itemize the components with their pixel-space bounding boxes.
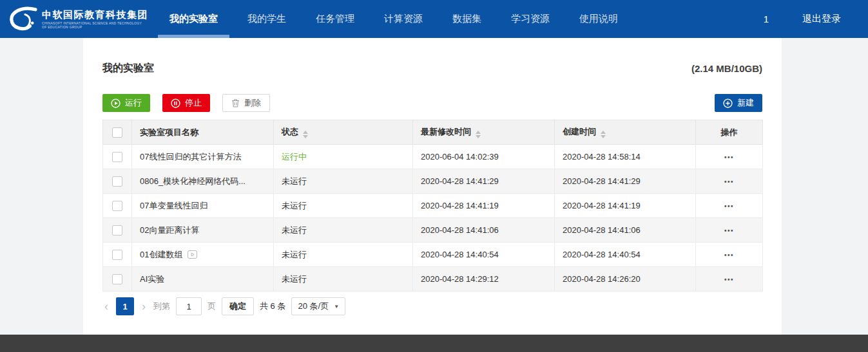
created-time: 2020-04-28 14:40:54: [555, 243, 696, 267]
select-all-checkbox[interactable]: [112, 127, 122, 138]
column-header-status: 状态: [274, 120, 413, 145]
project-name-link[interactable]: 07单变量线性回归: [140, 201, 207, 210]
notification-count-badge[interactable]: 1: [764, 14, 769, 24]
created-time: 2020-04-28 14:41:19: [555, 194, 696, 218]
table-row: 02向量距离计算 未运行 2020-04-28 14:41:06 2020-04…: [103, 218, 763, 243]
more-actions-button[interactable]: •••: [724, 154, 734, 161]
video-play-icon[interactable]: [188, 250, 197, 259]
row-checkbox[interactable]: [112, 250, 122, 260]
run-button[interactable]: 运行: [102, 94, 150, 112]
modified-time: 2020-04-28 14:41:06: [413, 218, 555, 243]
top-navbar: 中软国际教育科技集团 CHINASOFT INTERNATIONAL SCIEN…: [0, 0, 868, 38]
more-actions-button[interactable]: •••: [724, 252, 734, 259]
project-name-link[interactable]: AI实验: [140, 274, 164, 284]
table-row: 0806_模块化神经网络代码... 未运行 2020-04-28 14:41:2…: [103, 169, 763, 194]
logout-button[interactable]: 退出登录: [802, 13, 841, 25]
status-label: 未运行: [274, 218, 413, 243]
navbar-right: 1 退出登录: [764, 13, 868, 25]
page-size-select[interactable]: 20 条/页 ▼: [291, 297, 345, 315]
created-time: 2020-04-28 14:41:06: [555, 218, 696, 243]
main-nav: 我的实验室 我的学生 任务管理 计算资源 数据集 学习资源 使用说明: [155, 0, 633, 38]
row-checkbox[interactable]: [112, 274, 122, 284]
status-label: 未运行: [274, 243, 413, 267]
row-checkbox[interactable]: [112, 152, 122, 162]
nav-item-task-mgmt[interactable]: 任务管理: [301, 0, 369, 38]
column-header-created: 创建时间: [555, 120, 696, 145]
modified-time: 2020-04-28 14:40:54: [413, 243, 555, 267]
plus-circle-icon: [723, 98, 733, 108]
page-unit-label: 页: [207, 301, 216, 312]
nav-item-compute[interactable]: 计算资源: [369, 0, 438, 38]
project-name-link[interactable]: 0806_模块化神经网络代码...: [140, 176, 246, 186]
modified-time: 2020-04-28 14:41:19: [413, 194, 555, 218]
table-row: AI实验 未运行 2020-04-28 14:29:12 2020-04-28 …: [103, 267, 763, 292]
project-name-link[interactable]: 02向量距离计算: [140, 225, 199, 235]
chevron-down-icon: ▼: [334, 304, 339, 310]
stop-button[interactable]: 停止: [162, 94, 210, 112]
delete-button[interactable]: 删除: [222, 94, 270, 112]
table-row: 07单变量线性回归 未运行 2020-04-28 14:41:19 2020-0…: [103, 194, 763, 218]
goto-page-input[interactable]: [176, 297, 202, 315]
modified-time: 2020-06-04 14:02:39: [413, 145, 555, 169]
chinasoft-swirl-icon: [8, 6, 37, 32]
column-header-modified: 最新修改时间: [413, 120, 555, 145]
total-count-label: 共 6 条: [260, 301, 285, 312]
sort-modified-button[interactable]: [476, 131, 481, 138]
column-header-action: 操作: [696, 120, 763, 145]
storage-usage: (2.14 MB/10GB): [691, 63, 762, 74]
status-label: 运行中: [274, 145, 413, 169]
more-actions-button[interactable]: •••: [724, 178, 734, 185]
sort-status-button[interactable]: [303, 131, 308, 138]
nav-item-help[interactable]: 使用说明: [564, 0, 633, 38]
row-checkbox[interactable]: [112, 201, 122, 211]
pause-circle-icon: [171, 98, 180, 108]
nav-item-datasets[interactable]: 数据集: [438, 0, 496, 38]
create-button[interactable]: 新建: [715, 94, 762, 112]
page-footer: [0, 335, 868, 352]
page-title: 我的实验室: [102, 62, 154, 75]
logo[interactable]: 中软国际教育科技集团 CHINASOFT INTERNATIONAL SCIEN…: [0, 6, 148, 32]
status-label: 未运行: [274, 169, 413, 194]
table-header-row: 实验室项目名称 状态 最新修改时间 创建时间 操作: [103, 120, 763, 145]
sort-created-button[interactable]: [601, 131, 606, 138]
title-row: 我的实验室 (2.14 MB/10GB): [102, 62, 762, 75]
created-time: 2020-04-28 14:58:14: [555, 145, 696, 169]
logo-text: 中软国际教育科技集团 CHINASOFT INTERNATIONAL SCIEN…: [42, 9, 148, 29]
prev-page-button[interactable]: ‹: [102, 297, 110, 315]
logo-subtitle-line2: OF EDUCATION GROUP: [42, 25, 148, 29]
logo-title: 中软国际教育科技集团: [42, 9, 148, 21]
created-time: 2020-04-28 14:26:20: [555, 267, 696, 292]
toolbar: 运行 停止 删除 新建: [102, 94, 762, 112]
project-name-link[interactable]: 07线性回归的其它计算方法: [140, 152, 241, 162]
play-circle-icon: [111, 98, 121, 108]
row-checkbox[interactable]: [112, 176, 122, 187]
modified-time: 2020-04-28 14:29:12: [413, 267, 555, 292]
goto-page-label: 到第: [153, 301, 170, 312]
modified-time: 2020-04-28 14:41:29: [413, 169, 555, 194]
status-label: 未运行: [274, 267, 413, 292]
created-time: 2020-04-28 14:41:29: [555, 169, 696, 194]
content-card: 我的实验室 (2.14 MB/10GB) 运行 停止 删除 新建 实验室项目名称…: [83, 38, 782, 335]
table-row: 01创建数组 未运行 2020-04-28 14:40:54 2020-04-2…: [103, 243, 763, 267]
column-header-name: 实验室项目名称: [132, 120, 274, 145]
status-label: 未运行: [274, 194, 413, 218]
confirm-page-button[interactable]: 确定: [222, 297, 254, 315]
more-actions-button[interactable]: •••: [724, 203, 734, 210]
table-row: 07线性回归的其它计算方法 运行中 2020-06-04 14:02:39 20…: [103, 145, 763, 169]
project-name-link[interactable]: 01创建数组: [140, 250, 182, 259]
trash-icon: [231, 98, 240, 107]
row-checkbox[interactable]: [112, 225, 122, 236]
nav-item-my-students[interactable]: 我的学生: [233, 0, 301, 38]
next-page-button[interactable]: ›: [140, 297, 148, 315]
lab-projects-table: 实验室项目名称 状态 最新修改时间 创建时间 操作 07线性回归的其它计算方法 …: [102, 120, 763, 292]
nav-item-my-lab[interactable]: 我的实验室: [155, 0, 233, 38]
nav-item-learning[interactable]: 学习资源: [496, 0, 564, 38]
more-actions-button[interactable]: •••: [724, 276, 734, 283]
page-number-button[interactable]: 1: [116, 297, 134, 315]
pagination: ‹ 1 › 到第 页 确定 共 6 条 20 条/页 ▼: [102, 297, 762, 315]
more-actions-button[interactable]: •••: [724, 227, 734, 234]
